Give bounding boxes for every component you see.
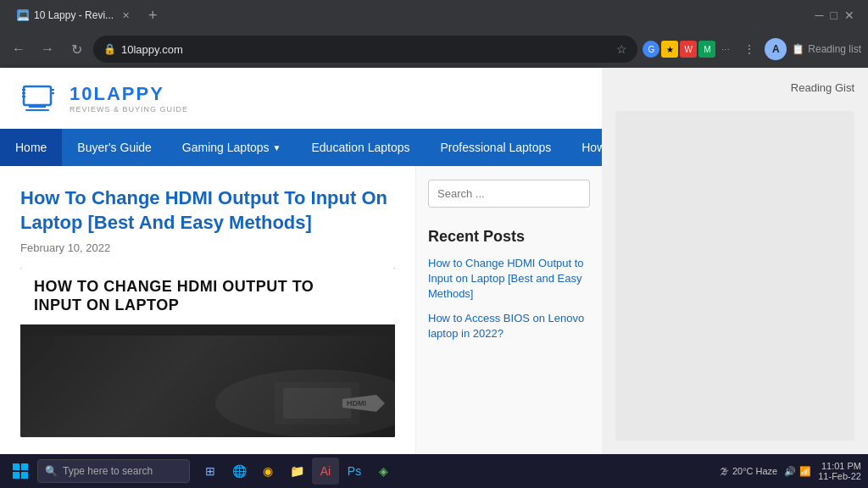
taskbar-time-text: 11:01 PM (818, 461, 861, 471)
recent-posts-title: Recent Posts (428, 228, 590, 246)
website-sidebar: Recent Posts How to Change HDMI Output t… (415, 166, 602, 454)
dropdown-arrow-icon: ▼ (273, 143, 281, 152)
browser-toolbar: ← → ↻ 🔒 10lappy.com ☆ G ★ W M ⋯ ⋮ A 📋 Re… (0, 30, 868, 68)
reading-list-label: Reading list (808, 43, 861, 55)
menu-button[interactable]: ⋮ (737, 37, 761, 61)
address-bar[interactable]: 🔒 10lappy.com ☆ (93, 36, 637, 63)
close-button[interactable]: ✕ (844, 8, 854, 22)
taskbar-app-ai[interactable]: Ai (312, 458, 339, 485)
svg-rect-16 (21, 472, 28, 479)
maximize-button[interactable]: □ (831, 8, 837, 22)
google-icon: G (643, 41, 659, 58)
browser-titlebar: 💻 10 Lappy - Revi... ✕ + ─ □ ✕ (0, 0, 868, 30)
browser-chrome: 💻 10 Lappy - Revi... ✕ + ─ □ ✕ ← → ↻ 🔒 1… (0, 0, 868, 68)
taskbar-app-ps[interactable]: Ps (341, 458, 368, 485)
taskbar-apps: ⊞ 🌐 ◉ 📁 Ai Ps ◈ (197, 458, 397, 485)
sidebar-search-area (428, 180, 590, 208)
taskbar-date-text: 11-Feb-22 (818, 471, 861, 481)
taskbar-app-taskview[interactable]: ⊞ (197, 458, 224, 485)
reload-button[interactable]: ↻ (64, 37, 88, 61)
taskbar-app-chrome[interactable]: ◉ (254, 458, 281, 485)
nav-item-professional-laptops[interactable]: Professional Laptops (425, 129, 566, 166)
main-content-row: 10LAPPY REVIEWS & BUYING GUIDE Home Buye… (0, 68, 868, 454)
start-button[interactable] (7, 458, 34, 485)
extension-icons: G ★ W M ⋯ (643, 41, 734, 58)
svg-rect-0 (24, 86, 51, 105)
star-ext-icon: ★ (661, 41, 678, 58)
logo-tagline: REVIEWS & BUYING GUIDE (70, 105, 188, 114)
active-tab[interactable]: 💻 10 Lappy - Revi... ✕ (7, 3, 140, 28)
taskbar-app-other[interactable]: ◈ (370, 458, 397, 485)
reading-gist-label: Reading Gist (791, 81, 854, 94)
nav-item-home[interactable]: Home (0, 129, 62, 166)
logo-icon (20, 81, 63, 115)
right-panel: Reading Gist (602, 68, 868, 454)
lock-icon: 🔒 (103, 43, 116, 55)
weather-icon: 🌫 (720, 466, 729, 476)
reading-list-area: 📋 Reading list (792, 43, 861, 55)
recent-post-item-1: How to Change HDMI Output to Input on La… (428, 256, 590, 302)
svg-text:HDMI: HDMI (347, 399, 366, 408)
logo-name: 10LAPPY (70, 83, 188, 105)
article-date: February 10, 2022 (20, 241, 395, 254)
volume-icon: 🔊 (784, 466, 796, 477)
tab-close-button[interactable]: ✕ (122, 10, 130, 21)
svg-rect-11 (283, 388, 351, 419)
taskbar-weather: 🌫 20°C Haze (720, 466, 777, 476)
tab-title: 10 Lappy - Revi... (34, 9, 114, 21)
site-main: How To Change HDMI Output To Input On La… (0, 166, 602, 454)
back-button[interactable]: ← (7, 37, 31, 61)
image-text-overlay: HOW TO CHANGE HDMI OUTPUT TO INPUT ON LA… (20, 268, 395, 324)
tab-area: 💻 10 Lappy - Revi... ✕ + (7, 3, 812, 28)
recent-post-link-2[interactable]: How to Access BIOS on Lenovo laptop in 2… (428, 311, 590, 341)
website-frame: 10LAPPY REVIEWS & BUYING GUIDE Home Buye… (0, 68, 602, 454)
article-content: How To Change HDMI Output To Input On La… (0, 166, 415, 454)
svg-rect-14 (21, 463, 28, 470)
taskbar-sys-icons: 🔊 📶 (784, 466, 811, 477)
svg-rect-13 (13, 463, 19, 470)
taskbar-right-area: 🌫 20°C Haze 🔊 📶 11:01 PM 11-Feb-22 (720, 461, 861, 481)
taskbar-search-icon: 🔍 (45, 465, 58, 477)
reading-list-content (615, 111, 854, 441)
network-icon: 📶 (799, 466, 811, 477)
article-title: How To Change HDMI Output To Input On La… (20, 186, 395, 235)
image-headline-line1: HOW TO CHANGE HDMI OUTPUT TO (34, 278, 381, 297)
svg-rect-1 (29, 105, 46, 108)
taskbar-app-edge[interactable]: 🌐 (225, 458, 253, 485)
reading-list-icon: 📋 (792, 43, 804, 55)
profile-avatar[interactable]: A (765, 38, 787, 60)
nav-item-buyers-guide[interactable]: Buyer's Guide (62, 129, 167, 166)
tab-favicon-icon: 💻 (17, 9, 29, 21)
nav-item-education-laptops[interactable]: Education Laptops (297, 129, 426, 166)
svg-rect-2 (25, 109, 49, 111)
taskbar-search-box[interactable]: 🔍 Type here to search (37, 459, 190, 483)
nav-item-how-to[interactable]: How To (566, 129, 602, 166)
image-headline-line2: INPUT ON LAPTOP (34, 297, 381, 315)
search-input[interactable] (428, 180, 590, 208)
toolbar-icons: G ★ W M ⋯ ⋮ A (643, 37, 787, 61)
logo-text: 10LAPPY REVIEWS & BUYING GUIDE (70, 83, 188, 114)
nav-item-gaming-laptops[interactable]: Gaming Laptops ▼ (167, 129, 297, 166)
weather-text: 20°C Haze (732, 466, 777, 476)
new-tab-button[interactable]: + (143, 5, 163, 26)
article-featured-image: HOW TO CHANGE HDMI OUTPUT TO INPUT ON LA… (20, 268, 395, 437)
m-icon: M (698, 41, 715, 58)
puzzle-icon: ⋯ (717, 41, 734, 58)
window-controls: ─ □ ✕ (815, 8, 854, 22)
forward-button[interactable]: → (36, 37, 59, 61)
star-icon[interactable]: ☆ (616, 42, 627, 56)
taskbar-clock: 11:01 PM 11-Feb-22 (818, 461, 861, 481)
taskbar: 🔍 Type here to search ⊞ 🌐 ◉ 📁 Ai Ps ◈ 🌫 … (0, 454, 868, 488)
site-logo: 10LAPPY REVIEWS & BUYING GUIDE (20, 81, 188, 115)
recent-post-link-1[interactable]: How to Change HDMI Output to Input on La… (428, 256, 590, 302)
w-icon: W (680, 41, 697, 58)
taskbar-app-files[interactable]: 📁 (283, 458, 310, 485)
recent-post-item-2: How to Access BIOS on Lenovo laptop in 2… (428, 311, 590, 341)
svg-rect-15 (13, 472, 19, 479)
site-navigation: Home Buyer's Guide Gaming Laptops ▼ Educ… (0, 129, 602, 166)
taskbar-search-text: Type here to search (63, 465, 153, 477)
site-header: 10LAPPY REVIEWS & BUYING GUIDE (0, 68, 602, 129)
address-text: 10lappy.com (121, 43, 611, 56)
image-background: HDMI (20, 336, 395, 437)
minimize-button[interactable]: ─ (815, 8, 824, 22)
